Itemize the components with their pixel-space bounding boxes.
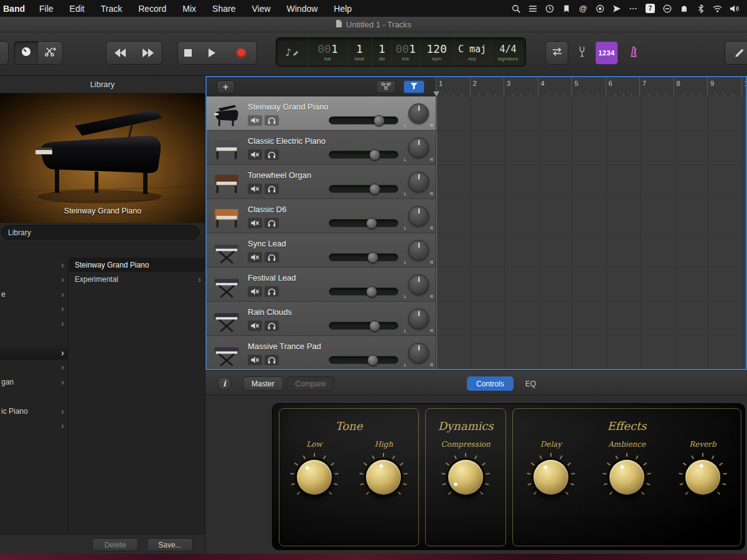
playhead-line[interactable] [436,96,437,370]
library-category-row[interactable]: gan› [0,375,68,389]
mute-button[interactable] [248,320,262,331]
track-header[interactable]: Tonewheel OrganLR [207,165,436,199]
track-header[interactable]: Massive Trance PadLR [207,336,436,370]
menu-item-file[interactable]: File [31,4,62,14]
volume-slider[interactable] [329,116,398,124]
library-patch-row[interactable]: Steinway Grand Piano [69,258,205,272]
volume-knob[interactable] [367,252,378,263]
library-category-row[interactable]: › [0,258,68,272]
volume-knob[interactable] [366,286,377,297]
menu-item-window[interactable]: Window [279,4,326,14]
pan-knob[interactable] [408,172,429,192]
library-category-row[interactable]: › [0,302,68,316]
list-icon[interactable] [527,3,538,14]
cycle-button[interactable] [545,41,568,65]
menu-item-help[interactable]: Help [326,4,360,14]
knob-compression[interactable] [441,453,490,502]
calendar-7-icon[interactable]: 7 [645,3,655,14]
pan-knob[interactable] [408,206,429,226]
library-filter-field[interactable]: Library [1,225,200,240]
menu-item-track[interactable]: Track [93,4,130,14]
bluetooth-icon[interactable] [695,3,706,14]
mute-button[interactable] [248,286,262,297]
clock-icon[interactable] [544,3,555,14]
track-header[interactable]: Classic D6LR [207,199,436,233]
solo-button[interactable] [265,115,279,126]
metronome-button[interactable] [621,41,646,65]
volume-knob[interactable] [374,115,385,126]
pan-knob[interactable] [408,103,429,124]
knob-reverb[interactable] [679,453,727,502]
volume-knob[interactable] [369,184,380,195]
menu-item-mix[interactable]: Mix [174,4,204,14]
volume-knob[interactable] [367,355,378,366]
at-icon[interactable]: @ [578,3,588,14]
lcd-key-field[interactable]: C maj key [454,38,491,66]
library-category-row[interactable] [0,331,68,345]
tuner-button[interactable] [571,41,592,65]
track-header[interactable]: Festival LeadLR [207,268,436,302]
knob-delay[interactable] [527,453,575,502]
mute-button[interactable] [248,355,262,365]
solo-button[interactable] [265,184,279,194]
track-header[interactable]: Classic Electric PianoLR [207,131,436,165]
lcd-display[interactable]: ♪ 001 bar 1 beat 1 div 001 tick 120 bpm [276,37,526,67]
solo-button[interactable] [265,286,279,297]
mute-button[interactable] [248,115,262,126]
send-icon[interactable] [611,3,622,14]
automation-button[interactable] [376,80,396,93]
master-button[interactable]: Master [243,376,283,391]
compare-button[interactable]: Compare [286,376,334,391]
save-button[interactable]: Save... [147,538,193,551]
dnd-icon[interactable] [662,3,672,14]
volume-slider[interactable] [329,185,398,193]
ghost-icon[interactable] [679,3,689,14]
delete-button[interactable]: Delete [92,538,138,551]
knob-low[interactable] [290,453,339,502]
knob-high[interactable] [359,453,408,502]
track-header[interactable]: Sync LeadLR [207,233,436,268]
rewind-button[interactable] [106,41,134,65]
stop-button[interactable] [177,41,198,65]
solo-button[interactable] [265,320,279,331]
editors-button[interactable] [38,41,63,65]
pan-knob[interactable] [408,274,429,295]
mute-button[interactable] [248,218,262,228]
playhead-marker[interactable] [433,91,439,96]
lcd-signature-field[interactable]: 4/4 signature [491,38,525,66]
volume-knob[interactable] [369,320,380,332]
lcd-div-field[interactable]: 1 div [372,38,392,66]
library-category-row[interactable] [0,390,68,404]
app-menu[interactable]: Band [0,4,31,14]
pan-knob[interactable] [408,309,429,329]
lcd-beat-field[interactable]: 1 beat [347,38,372,66]
knob-ambience[interactable] [603,453,651,502]
solo-button[interactable] [265,252,279,263]
pan-knob[interactable] [408,240,429,261]
mute-button[interactable] [248,252,262,263]
count-in-button[interactable]: 1234 [595,41,618,65]
library-category-row[interactable]: › [0,345,68,360]
timeline-ruler[interactable]: 12345678910 [436,77,747,96]
lcd-tick-field[interactable]: 001 tick [392,38,420,66]
volume-slider[interactable] [329,151,398,159]
pan-knob[interactable] [408,138,429,158]
library-category-row[interactable]: › [0,419,68,433]
pan-knob[interactable] [408,343,429,363]
search-icon[interactable] [510,3,521,14]
bookmark-icon[interactable] [561,3,571,14]
solo-button[interactable] [265,149,279,160]
track-header[interactable]: Steinway Grand PianoLR [207,96,436,131]
menu-item-edit[interactable]: Edit [62,4,93,14]
track-header[interactable]: Rain CloudsLR [207,302,436,336]
menu-item-share[interactable]: Share [204,4,243,14]
lcd-tempo-field[interactable]: 120 bpm [420,38,454,66]
mute-button[interactable] [248,149,262,160]
track-filter-button[interactable] [403,80,425,93]
tab-controls[interactable]: Controls [467,376,514,391]
library-category-row[interactable]: › [0,360,68,375]
record-button[interactable] [226,41,257,65]
library-category-row[interactable]: › [0,273,68,287]
lcd-bar-field[interactable]: 001 bar [309,38,347,66]
volume-slider[interactable] [329,219,398,227]
